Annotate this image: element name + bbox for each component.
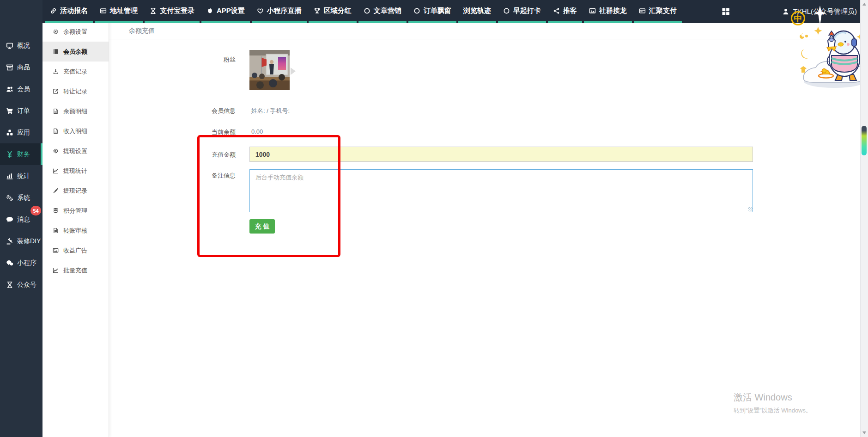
submenu-item-label: 收入明细 [63,127,87,135]
fan-avatar[interactable] [249,50,290,90]
topnav-item[interactable]: 订单飘窗 [408,0,456,23]
submenu-item-label: 提现设置 [63,147,87,155]
avatar-popup-arrow [291,68,296,75]
sidebar-item[interactable]: 会员 [0,78,42,100]
sidebar-item-label: 装修DIY [17,237,41,246]
sidebar-item-label: 小程序 [17,259,36,267]
topnav-item[interactable]: 早起打卡 [498,0,546,23]
submenu-item[interactable]: 会员余额 [42,42,109,62]
yen-icon [6,151,13,158]
submenu-item-label: 提现统计 [63,167,87,175]
sidebar-item[interactable]: 订单 [0,100,42,122]
submenu-item[interactable]: 提现统计 [42,161,109,181]
topnav-item-label: 支付宝登录 [160,6,194,15]
trophy-icon [314,7,321,14]
pencil-icon [53,188,59,194]
submenu-item[interactable]: 转让记录 [42,81,109,101]
sidebar-item[interactable]: 概况 [0,35,42,56]
cart-icon [6,107,13,115]
submenu-item[interactable]: 收入明细 [42,121,109,141]
link-icon [50,7,57,14]
sidebar-item-label: 应用 [17,129,30,137]
sidebar-item[interactable]: 财务 [0,143,42,165]
wechat-icon [6,259,13,267]
database-icon [53,208,59,214]
circle-icon [364,7,370,14]
submenu-item-label: 余额设置 [63,28,87,36]
vertical-scrollbar[interactable] [860,0,868,437]
image-icon [53,247,59,253]
navbar-right: TXHL(公众号管理员) [721,0,868,23]
chart-bar-icon [6,172,13,180]
topnav-item[interactable]: 汇聚支付 [634,0,682,23]
submenu-item[interactable]: 积分管理 [42,201,109,221]
cubes-icon [6,129,13,136]
grid-icon[interactable] [721,7,730,16]
gavel-icon [6,238,13,245]
main-content: 余额充值 粉丝 会员信息 姓名: / 手机号: 当前余额 0.00 [109,23,860,437]
sidebar-item[interactable]: 装修DIY [0,230,42,252]
submenu-item[interactable]: 充值记录 [42,62,109,81]
topnav-item-label: 汇聚支付 [649,6,677,15]
book-icon [53,49,59,55]
archive-icon [6,64,13,71]
topnav-item[interactable]: 文章营销 [358,0,407,23]
sidebar-item[interactable]: 统计 [0,165,42,187]
note-textarea[interactable] [249,169,753,212]
submenu-item-label: 积分管理 [63,207,87,215]
recharge-amount-input[interactable] [249,147,753,162]
sidebar-item[interactable]: 系统 [0,187,42,209]
card-icon [639,7,646,14]
submenu-item[interactable]: 提现设置 [42,141,109,161]
scroll-up-arrow-icon[interactable] [862,3,866,6]
chart-line-icon [53,267,59,273]
member-info-value: 姓名: / 手机号: [251,107,290,115]
sidebar-item[interactable]: 消息54 [0,209,42,230]
topnav-item[interactable]: 地址管理 [95,0,143,23]
sidebar-item-label: 消息 [17,215,30,224]
sidebar-item[interactable]: 小程序 [0,252,42,274]
comment-icon [6,216,13,223]
submenu-item[interactable]: 收益广告 [42,240,109,260]
topnav-item[interactable]: 活动报名 [45,0,93,23]
submenu-item[interactable]: 批量充值 [42,260,109,280]
topnav-item-label: 活动报名 [60,6,88,15]
image-icon [589,7,596,14]
watermark-line2: 转到“设置”以激活 Windows。 [734,406,812,415]
heart-icon [257,7,264,14]
file-icon [53,108,59,114]
submenu-item-label: 余额明细 [63,107,87,116]
topnav-item-label: 早起打卡 [513,6,541,15]
topnav-item-label: 小程序直播 [267,6,302,15]
page-title: 余额充值 [129,27,155,35]
topnav-item[interactable]: APP设置 [201,0,250,23]
recharge-submit-button[interactable]: 充 值 [249,219,275,234]
circle-icon [503,7,510,14]
topnav-item[interactable]: 社群接龙 [584,0,632,23]
submenu-item[interactable]: 余额设置 [42,22,109,42]
apple-icon [206,7,213,14]
user-menu[interactable]: TXHL(公众号管理员) [782,7,857,16]
scrollbar-thumb[interactable] [862,126,867,155]
submenu-item-label: 批量充值 [63,266,87,275]
textarea-resize-handle[interactable] [748,207,753,212]
sidebar-item-label: 公众号 [17,281,36,289]
topnav-item[interactable]: 区域分红 [309,0,357,23]
topnav-item[interactable]: 浏览轨迹 [458,0,496,23]
page-header: 余额充值 [109,23,860,39]
hourglass-icon [150,7,157,14]
topnav-item[interactable]: 推客 [548,0,582,23]
topnav-item-label: 区域分红 [324,6,352,15]
submenu-item[interactable]: 转账审核 [42,221,109,240]
gears-icon [6,194,13,202]
topnav-item[interactable]: 支付宝登录 [145,0,200,23]
submenu-item[interactable]: 余额明细 [42,101,109,121]
sidebar-item[interactable]: 商品 [0,56,42,78]
scroll-down-arrow-icon[interactable] [862,431,866,434]
finance-submenu: 余额设置会员余额充值记录转让记录余额明细收入明细提现设置提现统计提现记录积分管理… [42,0,109,437]
topnav-item[interactable]: 小程序直播 [252,0,307,23]
sidebar-item[interactable]: 公众号 [0,274,42,295]
sidebar-item[interactable]: 应用 [0,122,42,143]
submenu-item-label: 转账审核 [63,227,87,235]
submenu-item[interactable]: 提现记录 [42,181,109,201]
